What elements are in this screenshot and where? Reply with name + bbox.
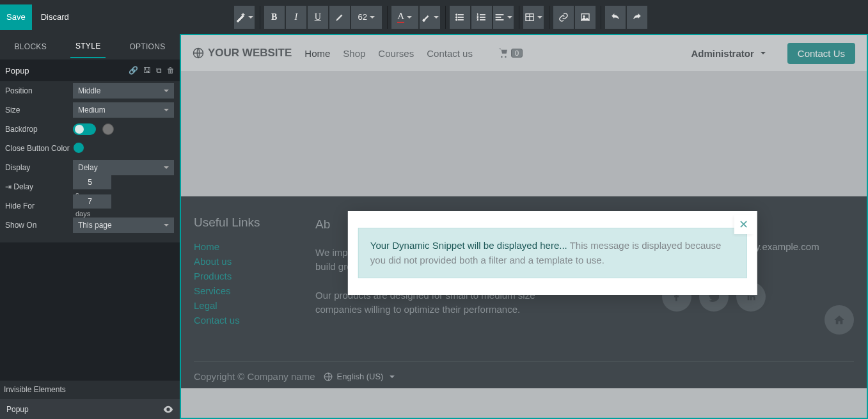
site-header: YOUR WEBSITE Home Shop Courses Contact u…: [181, 35, 867, 71]
highlight-button[interactable]: [329, 6, 350, 29]
nav-shop[interactable]: Shop: [343, 48, 365, 59]
bold-button[interactable]: B: [264, 6, 285, 29]
save-button[interactable]: Save: [0, 4, 32, 30]
house-icon: [833, 314, 845, 326]
undo-icon: [610, 12, 620, 22]
svg-rect-1: [458, 14, 463, 15]
popup-close-button[interactable]: ✕: [734, 215, 754, 234]
align-icon: [494, 12, 505, 22]
svg-rect-5: [458, 19, 463, 20]
nav-contact[interactable]: Contact us: [427, 48, 473, 59]
text-color-button[interactable]: A: [391, 6, 418, 29]
anchor-icon[interactable]: 🔗: [129, 66, 138, 75]
footer-link-home[interactable]: Home: [194, 241, 296, 252]
copyright-bar: Copyright © Company name English (US): [194, 361, 854, 382]
position-select[interactable]: Middle: [73, 83, 174, 99]
redo-button[interactable]: [627, 6, 647, 29]
popup: ✕ Your Dynamic Snippet will be displayed…: [348, 211, 757, 295]
language-selector[interactable]: English (US): [324, 372, 395, 381]
backdrop-toggle[interactable]: [73, 123, 96, 135]
font-size-button[interactable]: 62: [351, 6, 382, 29]
sidebar-tabs: BLOCKS STYLE OPTIONS: [0, 34, 180, 59]
redo-icon: [632, 12, 642, 22]
backdrop-color-swatch[interactable]: [102, 123, 114, 135]
invisible-element-name: Popup: [6, 405, 29, 414]
cart-button[interactable]: 0: [498, 48, 523, 58]
nav-courses[interactable]: Courses: [378, 48, 414, 59]
footer-link-contact[interactable]: Contact us: [194, 315, 296, 326]
delay-input[interactable]: [73, 178, 95, 187]
tab-options[interactable]: OPTIONS: [124, 36, 170, 58]
popup-message: Your Dynamic Snippet will be displayed h…: [358, 228, 747, 278]
brush-icon: [421, 12, 431, 22]
ol-icon: 123: [477, 12, 487, 22]
cart-icon: [498, 48, 509, 58]
image-icon: [580, 12, 590, 22]
wand-icon: [235, 12, 246, 22]
close-color-swatch[interactable]: [73, 142, 84, 154]
link-button[interactable]: [553, 6, 574, 29]
font-size-value: 62: [358, 12, 367, 22]
svg-rect-8: [480, 19, 485, 20]
backdrop-label: Backdrop: [5, 125, 73, 134]
unordered-list-button[interactable]: [450, 6, 470, 29]
hidefor-input[interactable]: [73, 197, 95, 206]
preview-canvas: YOUR WEBSITE Home Shop Courses Contact u…: [180, 34, 868, 419]
hidefor-input-wrapper: [73, 194, 111, 209]
display-label: Display: [5, 163, 73, 172]
svg-rect-13: [496, 17, 501, 17]
table-button[interactable]: [523, 6, 544, 29]
site-brand[interactable]: YOUR WEBSITE: [193, 47, 292, 59]
svg-text:3: 3: [477, 18, 478, 21]
invisible-element-row[interactable]: Popup: [0, 399, 180, 419]
size-select[interactable]: Medium: [73, 102, 174, 118]
showon-label: Show On: [5, 221, 73, 230]
display-select[interactable]: Delay: [73, 160, 174, 175]
svg-rect-3: [458, 17, 463, 17]
hidefor-label: Hide For: [5, 202, 73, 210]
position-label: Position: [5, 86, 73, 95]
tab-style[interactable]: STYLE: [70, 35, 106, 58]
nav-home[interactable]: Home: [304, 48, 330, 59]
admin-menu[interactable]: Administrator: [691, 48, 765, 59]
left-sidebar: BLOCKS STYLE OPTIONS Popup 🔗 🖫 ⧉ 🗑 Posit…: [0, 34, 180, 419]
save-block-icon[interactable]: 🖫: [143, 66, 151, 75]
italic-button[interactable]: I: [286, 6, 306, 29]
cart-count-badge: 0: [511, 49, 523, 58]
footer-link-about[interactable]: About us: [194, 256, 296, 267]
highlighter-icon: [335, 12, 345, 22]
ordered-list-button[interactable]: 123: [471, 6, 492, 29]
visibility-icon[interactable]: [163, 406, 173, 413]
svg-point-4: [455, 19, 457, 20]
table-icon: [525, 12, 535, 22]
bold-icon: B: [271, 12, 277, 22]
underline-button[interactable]: U: [308, 6, 328, 29]
svg-rect-14: [496, 19, 503, 20]
duplicate-icon[interactable]: ⧉: [156, 66, 162, 75]
footer-link-services[interactable]: Services: [194, 285, 296, 296]
showon-select[interactable]: This page: [73, 217, 174, 233]
footer-link-products[interactable]: Products: [194, 271, 296, 281]
image-button[interactable]: [575, 6, 596, 29]
svg-rect-6: [480, 14, 485, 15]
underline-icon: U: [315, 12, 321, 22]
brush-color-button[interactable]: [420, 6, 440, 29]
ul-icon: [455, 12, 465, 22]
undo-button[interactable]: [605, 6, 626, 29]
italic-icon: I: [294, 12, 297, 22]
discard-button[interactable]: Discard: [32, 4, 78, 30]
svg-rect-7: [480, 17, 485, 17]
invisible-elements-header: Invisible Elements: [0, 381, 180, 399]
delete-icon[interactable]: 🗑: [167, 66, 175, 75]
delay-label: ⇥ Delay: [5, 182, 73, 191]
close-color-label: Close Button Color: [5, 144, 73, 153]
footer-link-legal[interactable]: Legal: [194, 300, 296, 311]
svg-point-0: [455, 13, 457, 15]
panel-title: Popup: [5, 66, 29, 75]
magic-tool-button[interactable]: [234, 6, 255, 29]
panel-titlebar: Popup 🔗 🖫 ⧉ 🗑: [0, 59, 180, 81]
contact-us-button[interactable]: Contact Us: [787, 43, 855, 64]
tab-blocks[interactable]: BLOCKS: [9, 36, 52, 58]
align-button[interactable]: [493, 6, 514, 29]
home-fab[interactable]: [825, 305, 854, 335]
